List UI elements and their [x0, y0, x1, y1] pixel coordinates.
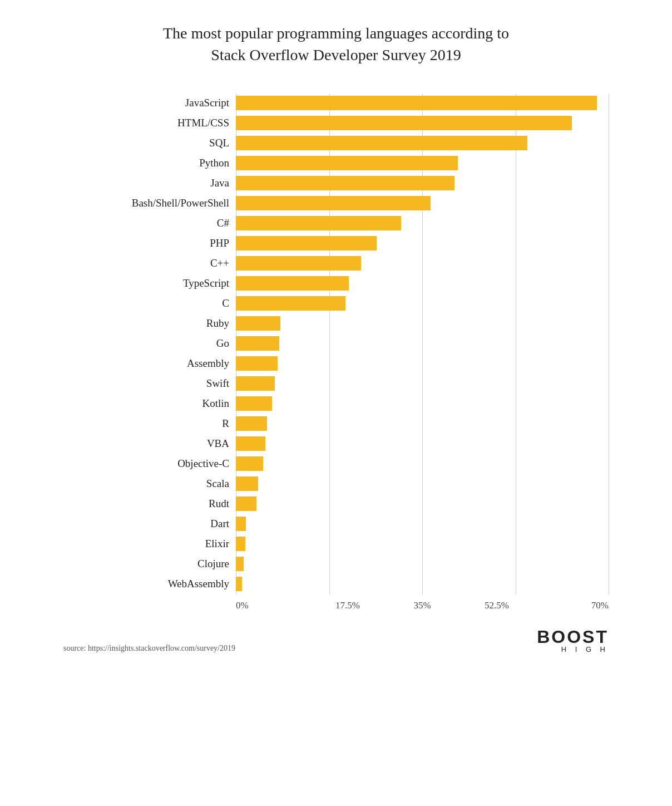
bar-track [236, 376, 609, 391]
bar-track [236, 577, 609, 591]
bar-fill [236, 416, 267, 431]
bar-row: Python [63, 154, 609, 173]
bar-row: Assembly [63, 354, 609, 373]
bar-label: WebAssembly [63, 578, 236, 590]
bar-track [236, 156, 609, 170]
bar-label: PHP [63, 237, 236, 249]
bar-track [236, 196, 609, 210]
bar-fill [236, 557, 244, 571]
bar-label: Clojure [63, 558, 236, 570]
bar-fill [236, 537, 245, 551]
bar-fill [236, 456, 263, 471]
x-tick: 17.5% [310, 600, 385, 611]
bar-fill [236, 236, 377, 250]
bar-row: TypeScript [63, 274, 609, 293]
bar-label: Objective-C [63, 458, 236, 470]
bar-track [236, 517, 609, 531]
bar-row: Java [63, 174, 609, 193]
bar-fill [236, 497, 256, 511]
bar-fill [236, 216, 401, 230]
bar-row: Dart [63, 514, 609, 533]
source-text: source: https://insights.stackoverflow.c… [63, 644, 235, 653]
bar-track [236, 476, 609, 491]
x-tick: 52.5% [459, 600, 534, 611]
logo-main: BOOST [537, 628, 609, 646]
bar-label: R [63, 417, 236, 430]
bar-row: Rudt [63, 494, 609, 513]
bar-row: JavaScript [63, 94, 609, 112]
bar-label: Assembly [63, 357, 236, 370]
bar-row: Objective-C [63, 454, 609, 473]
bar-fill [236, 136, 527, 150]
bar-fill [236, 396, 272, 411]
bar-label: Java [63, 177, 236, 189]
bar-track [236, 436, 609, 451]
bar-fill [236, 436, 265, 451]
bar-fill [236, 156, 458, 170]
bar-label: Swift [63, 377, 236, 390]
bar-row: Scala [63, 474, 609, 493]
bar-track [236, 416, 609, 431]
chart-area: JavaScriptHTML/CSSSQLPythonJavaBash/Shel… [63, 94, 609, 594]
bar-label: Dart [63, 518, 236, 530]
x-tick: 70% [534, 600, 609, 611]
bar-track [236, 456, 609, 471]
x-tick: 0% [236, 600, 310, 611]
bar-label: Elixir [63, 538, 236, 550]
bar-row: Bash/Shell/PowerShell [63, 194, 609, 213]
bar-row: HTML/CSS [63, 114, 609, 132]
bar-track [236, 356, 609, 371]
bar-track [236, 176, 609, 190]
bar-fill [236, 276, 349, 291]
bar-track [236, 316, 609, 331]
bar-track [236, 537, 609, 551]
bar-label: Ruby [63, 317, 236, 330]
bar-fill [236, 376, 275, 391]
bar-fill [236, 517, 246, 531]
bar-label: C# [63, 217, 236, 229]
bar-row: Elixir [63, 534, 609, 553]
bar-fill [236, 96, 597, 110]
bar-track [236, 497, 609, 511]
bar-fill [236, 336, 279, 351]
bar-row: PHP [63, 234, 609, 253]
bar-label: SQL [63, 137, 236, 149]
bar-label: Python [63, 157, 236, 169]
title-line2: Stack Overflow Developer Survey 2019 [211, 46, 461, 63]
bar-row: Swift [63, 374, 609, 393]
bar-fill [236, 476, 258, 491]
bar-track [236, 116, 609, 130]
footer: source: https://insights.stackoverflow.c… [63, 628, 609, 653]
bar-row: WebAssembly [63, 574, 609, 593]
chart-container: JavaScriptHTML/CSSSQLPythonJavaBash/Shel… [63, 94, 609, 611]
bar-row: C++ [63, 254, 609, 273]
bar-track [236, 96, 609, 110]
bar-label: Scala [63, 478, 236, 490]
bar-track [236, 396, 609, 411]
bar-track [236, 296, 609, 311]
bar-track [236, 136, 609, 150]
bar-row: Ruby [63, 314, 609, 333]
bar-fill [236, 196, 431, 210]
bar-fill [236, 116, 572, 130]
bar-track [236, 276, 609, 291]
x-tick: 35% [385, 600, 459, 611]
bar-row: Clojure [63, 554, 609, 573]
bar-label: VBA [63, 438, 236, 450]
bar-label: JavaScript [63, 97, 236, 109]
title-line1: The most popular programming languages a… [163, 24, 509, 42]
grid-line [609, 94, 609, 594]
bar-label: Kotlin [63, 397, 236, 410]
bar-row: R [63, 414, 609, 433]
bar-fill [236, 316, 280, 331]
bar-track [236, 557, 609, 571]
bar-fill [236, 296, 345, 311]
bar-row: C# [63, 214, 609, 233]
bar-track [236, 256, 609, 271]
logo: BOOST H I G H [537, 628, 609, 653]
bar-track [236, 236, 609, 250]
bar-row: C [63, 294, 609, 313]
logo-sub: H I G H [561, 646, 609, 653]
bar-label: C [63, 297, 236, 309]
bar-label: C++ [63, 257, 236, 269]
